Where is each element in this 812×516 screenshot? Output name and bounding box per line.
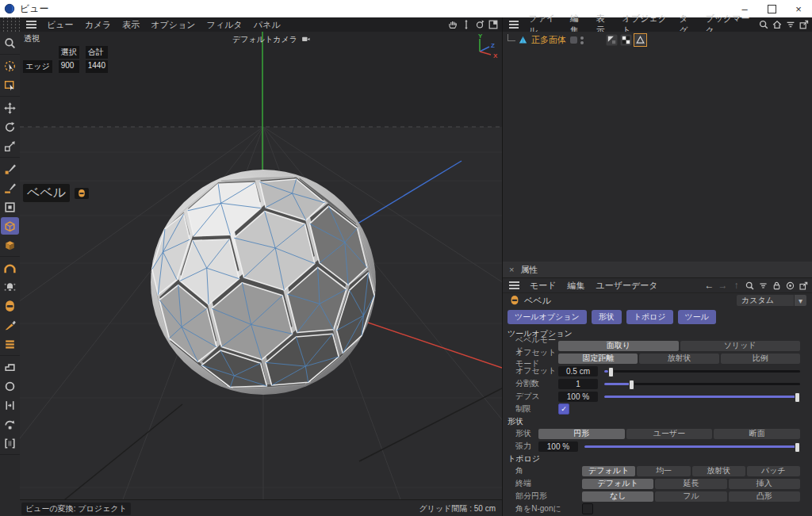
camera-label[interactable]: デフォルトカメラ: [232, 32, 311, 47]
move-icon[interactable]: [1, 99, 19, 117]
slider[interactable]: [604, 366, 800, 376]
camera-icon[interactable]: [301, 32, 311, 47]
option-延長[interactable]: 延長: [655, 479, 726, 489]
toggle-view-icon[interactable]: [486, 18, 500, 31]
viewport-hamburger-icon[interactable]: [26, 24, 36, 25]
panel-close-icon[interactable]: ×: [509, 265, 514, 274]
bracket-icon[interactable]: [1, 434, 19, 452]
viewport-menu-パネル[interactable]: パネル: [248, 19, 286, 31]
option-均一[interactable]: 均一: [637, 466, 690, 476]
slider-handle[interactable]: [795, 442, 800, 453]
selection-tag-icon[interactable]: [606, 34, 618, 46]
section-title-形状[interactable]: 形状: [503, 415, 812, 427]
slider-handle[interactable]: [629, 380, 634, 390]
viewport-menu-オプション[interactable]: オプション: [145, 19, 201, 31]
search-icon[interactable]: [743, 279, 756, 292]
zoom-icon[interactable]: [1, 34, 19, 52]
dolly-icon[interactable]: [459, 18, 473, 31]
object-name[interactable]: 正多面体: [531, 34, 566, 46]
checkbox-角をN-gonに[interactable]: [582, 503, 593, 514]
mask-icon[interactable]: [1, 297, 19, 315]
bridge-icon[interactable]: [1, 259, 19, 277]
value-field[interactable]: 100 %: [558, 392, 598, 402]
clamp-icon[interactable]: [1, 358, 19, 376]
slider-handle[interactable]: [608, 367, 614, 377]
model-tool-icon[interactable]: [1, 236, 19, 254]
up-icon[interactable]: ↑: [730, 279, 743, 292]
uvw-tag-icon[interactable]: [620, 34, 632, 46]
value-field[interactable]: 1: [558, 379, 598, 389]
live-selection-icon[interactable]: [1, 57, 19, 75]
option-パッチ[interactable]: パッチ: [747, 466, 800, 476]
viewport[interactable]: 透視 デフォルトカメラ 選択合計 エッジ9001440 ベベル YZX: [20, 32, 502, 499]
edge-tool-icon[interactable]: [1, 179, 19, 197]
back-icon[interactable]: ←: [703, 279, 716, 292]
phong-tag-icon[interactable]: [634, 34, 646, 46]
circle-tool-icon[interactable]: [1, 377, 19, 395]
attribute-menu-編集[interactable]: 編集: [562, 280, 591, 292]
option-円形[interactable]: 円形: [538, 429, 625, 439]
viewport-menu-カメラ[interactable]: カメラ: [79, 19, 117, 31]
loop-cut-icon[interactable]: [1, 335, 19, 353]
filter-icon[interactable]: [756, 279, 770, 292]
option-固定距離[interactable]: 固定距離: [558, 354, 638, 364]
value-field[interactable]: 100 %: [538, 441, 578, 452]
object-row[interactable]: 正多面体: [508, 33, 812, 47]
orbit-icon[interactable]: [473, 18, 486, 31]
rotate-icon[interactable]: [1, 118, 19, 136]
option-フル[interactable]: フル: [655, 491, 726, 502]
mesh-tool-icon[interactable]: [1, 217, 19, 235]
home-icon[interactable]: [770, 18, 783, 31]
checkbox-制限[interactable]: ✓: [558, 403, 569, 415]
option-デフォルト[interactable]: デフォルト: [582, 479, 653, 489]
popout-icon[interactable]: [797, 279, 810, 292]
slider-handle[interactable]: [795, 392, 800, 403]
knife-icon[interactable]: [1, 316, 19, 334]
attribute-hamburger-icon[interactable]: [509, 285, 519, 286]
close-button[interactable]: ×: [785, 0, 812, 17]
toolbar-drag-handle[interactable]: [0, 17, 20, 32]
polygon-tool-icon[interactable]: [1, 198, 19, 216]
option-ソリッド[interactable]: ソリッド: [680, 341, 801, 351]
viewport-3d-scene[interactable]: [20, 32, 502, 499]
soft-selection-icon[interactable]: [1, 278, 19, 296]
option-ユーザー[interactable]: ユーザー: [626, 429, 713, 439]
option-断面[interactable]: 断面: [714, 429, 800, 439]
viewport-menu-フィルタ[interactable]: フィルタ: [201, 19, 248, 31]
tab-トポロジ[interactable]: トポロジ: [626, 310, 673, 324]
tab-形状[interactable]: 形状: [592, 310, 622, 324]
option-比例[interactable]: 比例: [721, 354, 800, 364]
popout-icon[interactable]: [797, 18, 810, 31]
scale-icon[interactable]: [1, 137, 19, 155]
lock-icon[interactable]: [770, 279, 783, 292]
tab-ツール[interactable]: ツール: [678, 310, 716, 324]
forward-icon[interactable]: →: [716, 279, 730, 292]
attribute-menu-モード[interactable]: モード: [524, 280, 562, 292]
slider[interactable]: [584, 441, 800, 452]
object-enable-toggle[interactable]: [570, 36, 577, 44]
section-title-トポロジ[interactable]: トポロジ: [503, 453, 812, 464]
maximize-button[interactable]: [758, 0, 785, 17]
pan-icon[interactable]: [446, 18, 459, 31]
value-field[interactable]: 0.5 cm: [558, 366, 598, 376]
slider[interactable]: [604, 379, 800, 389]
grab-icon[interactable]: [1, 415, 19, 433]
tab-ツールオプション[interactable]: ツールオプション: [508, 310, 587, 324]
rectangle-selection-icon[interactable]: [1, 76, 19, 94]
option-放射状[interactable]: 放射状: [692, 466, 745, 476]
option-デフォルト[interactable]: デフォルト: [582, 466, 635, 476]
preset-dropdown[interactable]: カスタム ▾: [737, 295, 806, 306]
visibility-dots[interactable]: [580, 36, 584, 44]
option-挿入[interactable]: 挿入: [729, 479, 800, 489]
insert-icon[interactable]: [1, 396, 19, 414]
viewport-menu-表示[interactable]: 表示: [117, 19, 145, 31]
option-面取り[interactable]: 面取り: [558, 341, 679, 351]
search-icon[interactable]: [756, 18, 770, 31]
point-tool-icon[interactable]: [1, 160, 19, 178]
attribute-menu-ユーザーデータ[interactable]: ユーザーデータ: [591, 280, 664, 292]
option-放射状[interactable]: 放射状: [639, 354, 718, 364]
object-manager-hamburger-icon[interactable]: [509, 24, 519, 25]
viewport-menu-ビュー[interactable]: ビュー: [41, 19, 79, 31]
platonic-object-icon[interactable]: [518, 35, 528, 45]
axis-gizmo[interactable]: YZX: [470, 33, 499, 63]
